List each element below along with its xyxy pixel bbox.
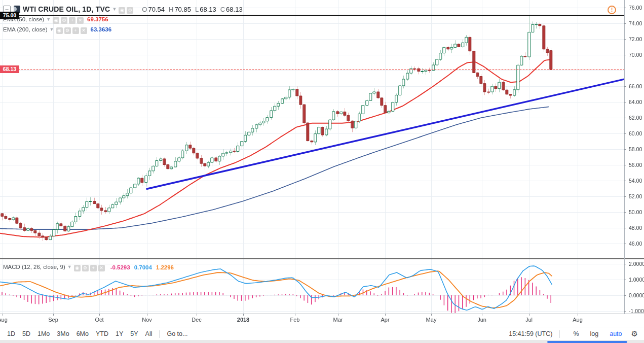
- toolbar-divider: [159, 330, 160, 338]
- log-scale-button[interactable]: log: [590, 330, 599, 337]
- price-tick-label: 54.00: [629, 178, 642, 184]
- chevron-down-icon[interactable]: ▼: [46, 17, 51, 22]
- price-tick-label: 60.00: [629, 130, 642, 136]
- add-icon[interactable]: +: [69, 17, 75, 24]
- close-icon[interactable]: ✕: [81, 27, 87, 34]
- ema200-legend-row: EMA (200, close) ▼ ◉⚙+✕ 63.3636: [3, 24, 243, 35]
- range-button-5d[interactable]: 5D: [22, 330, 30, 337]
- month-label-dec: Dec: [192, 317, 202, 323]
- price-tick-label: 56.00: [629, 162, 642, 168]
- legend: – WTI CRUDE OIL, 1D, TVC ▼ ◉⚙ O70.54H70.…: [3, 4, 243, 35]
- macd-tick-label: 1.0000: [629, 277, 644, 283]
- ema50-value: 69.3756: [87, 16, 108, 22]
- gear-icon[interactable]: ⚙: [127, 7, 133, 14]
- eye-icon[interactable]: ◉: [53, 17, 59, 24]
- macd-value: -0.5293: [110, 264, 130, 270]
- ema50-legend-row: EMA (50, close) ▼ ◉⚙+✕ 69.3756: [3, 14, 243, 24]
- price-tick-label: 70.00: [629, 52, 642, 58]
- auto-scale-button[interactable]: auto: [610, 330, 622, 337]
- main-chart-canvas[interactable]: [0, 0, 644, 327]
- month-label-jul: Jul: [525, 317, 533, 323]
- macd-values: -0.52930.70041.2296: [106, 262, 174, 271]
- chevron-down-icon[interactable]: ▼: [112, 7, 117, 12]
- clock-label[interactable]: 15:41:59 (UTC): [509, 330, 552, 337]
- indicator-buttons: ◉⚙+✕: [74, 262, 106, 271]
- indicator-buttons: ◉⚙+✕: [56, 25, 89, 34]
- range-buttons: 1D5D1Mo3Mo6MoYTD1Y5YAll: [0, 330, 152, 337]
- goto-button[interactable]: Go to...: [167, 330, 187, 337]
- data-warning-icon[interactable]: !: [608, 6, 616, 14]
- settings-gear-icon[interactable]: ⚙: [631, 329, 638, 338]
- macd-value: 0.7004: [134, 264, 152, 270]
- symbol-title[interactable]: WTI CRUDE OIL, 1D, TVC: [23, 5, 110, 13]
- price-tick-label: 52.00: [629, 193, 642, 199]
- symbol-buttons: ◉⚙: [119, 5, 135, 14]
- scrollbar-thumb[interactable]: [547, 341, 627, 343]
- tradingview-chart-window: { "legend": { "collapse_glyph": "–", "ti…: [0, 0, 644, 343]
- macd-value: 1.2296: [156, 264, 174, 270]
- macd-tick-label: -1.0000: [629, 308, 644, 314]
- ohlc-key: C: [220, 6, 225, 13]
- month-label-apr: Apr: [381, 317, 389, 323]
- last-price-badge: 68.13: [0, 65, 19, 73]
- macd-tick-label: 0.0000: [629, 292, 644, 298]
- gear-icon[interactable]: ⚙: [61, 17, 67, 24]
- ohlc-value: 70.85: [174, 6, 191, 13]
- price-tick-label: 76.00: [629, 5, 642, 11]
- price-line-badge: 75.00: [0, 12, 19, 19]
- price-tick-label: 48.00: [629, 225, 642, 231]
- range-button-1d[interactable]: 1D: [7, 330, 15, 337]
- macd-legend-row: MACD (12, 26, close, 9) ▼ ◉⚙+✕ -0.52930.…: [3, 262, 174, 272]
- close-icon[interactable]: ✕: [77, 17, 84, 24]
- percent-scale-button[interactable]: %: [573, 330, 579, 337]
- month-label-sep: Sep: [48, 317, 58, 323]
- macd-tick-label: 2.0000: [629, 261, 644, 267]
- eye-icon[interactable]: ◉: [119, 7, 125, 14]
- range-button-6mo[interactable]: 6Mo: [77, 330, 89, 337]
- toolbar-divider: [559, 330, 560, 338]
- chevron-down-icon[interactable]: ▼: [67, 264, 72, 269]
- range-button-5y[interactable]: 5Y: [130, 330, 138, 337]
- range-button-1mo[interactable]: 1Mo: [37, 330, 50, 337]
- gear-icon[interactable]: ⚙: [64, 27, 71, 34]
- macd-label[interactable]: MACD (12, 26, close, 9): [3, 264, 65, 270]
- ohlc-value: 68.13: [226, 6, 243, 13]
- ohlc-value: 70.54: [148, 6, 165, 13]
- add-icon[interactable]: +: [90, 265, 97, 271]
- eye-icon[interactable]: ◉: [56, 27, 63, 34]
- month-label-aug: Aug: [573, 317, 583, 323]
- month-label-mar: Mar: [333, 317, 343, 323]
- ohlc-value: 68.13: [200, 6, 216, 13]
- price-tick-label: 72.00: [629, 36, 642, 42]
- month-label-2018: 2018: [237, 317, 249, 323]
- close-icon[interactable]: ✕: [98, 265, 105, 271]
- month-label-may: May: [426, 317, 437, 323]
- price-tick-label: 66.00: [629, 83, 642, 89]
- price-tick-label: 46.00: [629, 241, 642, 247]
- ema200-value: 63.3636: [91, 26, 112, 32]
- indicator-buttons: ◉⚙+✕: [53, 15, 85, 24]
- range-button-3mo[interactable]: 3Mo: [57, 330, 69, 337]
- month-label-aug: Aug: [0, 317, 8, 323]
- price-tick-label: 62.00: [629, 115, 642, 121]
- price-tick-label: 64.00: [629, 99, 642, 105]
- ohlc-key: H: [169, 6, 173, 13]
- month-label-jun: Jun: [477, 317, 486, 323]
- ohlc-key: O: [142, 6, 147, 13]
- eye-icon[interactable]: ◉: [74, 265, 81, 271]
- price-tick-label: 58.00: [629, 146, 642, 152]
- symbol-legend-row: – WTI CRUDE OIL, 1D, TVC ▼ ◉⚙ O70.54H70.…: [3, 4, 243, 14]
- ohlc-key: L: [195, 6, 199, 13]
- chevron-down-icon[interactable]: ▼: [50, 27, 54, 32]
- ohlc-values: O70.54H70.85L68.13C68.13: [138, 6, 242, 13]
- gear-icon[interactable]: ⚙: [82, 265, 89, 271]
- ema200-label[interactable]: EMA (200, close): [3, 26, 48, 32]
- bottom-toolbar: 1D5D1Mo3Mo6MoYTD1Y5YAll Go to... 15:41:5…: [0, 327, 644, 340]
- month-label-oct: Oct: [95, 317, 103, 323]
- add-icon[interactable]: +: [72, 27, 79, 34]
- range-button-all[interactable]: All: [145, 330, 153, 337]
- price-tick-label: 50.00: [629, 209, 642, 215]
- range-button-ytd[interactable]: YTD: [96, 330, 108, 337]
- range-button-1y[interactable]: 1Y: [116, 330, 123, 337]
- price-tick-label: 74.00: [629, 20, 642, 26]
